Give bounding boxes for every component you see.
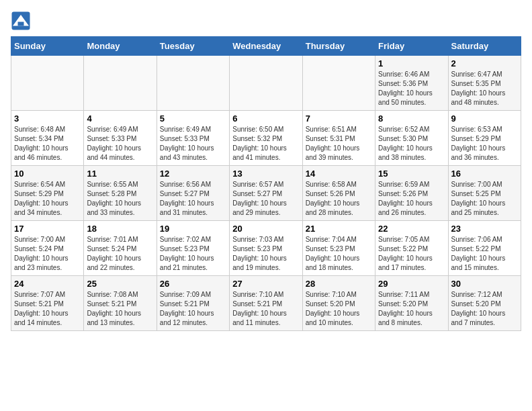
day-info: Sunrise: 7:07 AM Sunset: 5:21 PM Dayligh… bbox=[14, 290, 81, 328]
calendar-cell: 1Sunrise: 6:46 AM Sunset: 5:36 PM Daylig… bbox=[375, 56, 448, 111]
day-info: Sunrise: 7:08 AM Sunset: 5:21 PM Dayligh… bbox=[87, 290, 153, 328]
calendar-cell bbox=[302, 56, 375, 111]
svg-rect-2 bbox=[18, 22, 24, 26]
weekday-header: Monday bbox=[84, 37, 157, 56]
calendar-cell: 12Sunrise: 6:56 AM Sunset: 5:27 PM Dayli… bbox=[157, 166, 229, 221]
day-info: Sunrise: 7:10 AM Sunset: 5:21 PM Dayligh… bbox=[232, 290, 299, 328]
day-number: 11 bbox=[87, 169, 153, 179]
day-info: Sunrise: 6:52 AM Sunset: 5:30 PM Dayligh… bbox=[378, 125, 445, 163]
day-number: 4 bbox=[87, 113, 153, 124]
day-number: 28 bbox=[306, 279, 372, 289]
day-info: Sunrise: 6:58 AM Sunset: 5:26 PM Dayligh… bbox=[306, 180, 372, 218]
weekday-header: Saturday bbox=[448, 37, 521, 56]
calendar-cell: 11Sunrise: 6:55 AM Sunset: 5:28 PM Dayli… bbox=[84, 166, 157, 221]
calendar-cell: 28Sunrise: 7:10 AM Sunset: 5:20 PM Dayli… bbox=[302, 276, 375, 331]
day-info: Sunrise: 6:53 AM Sunset: 5:29 PM Dayligh… bbox=[451, 125, 518, 163]
day-info: Sunrise: 6:54 AM Sunset: 5:29 PM Dayligh… bbox=[14, 180, 81, 218]
day-number: 12 bbox=[160, 169, 226, 179]
day-number: 8 bbox=[378, 113, 445, 124]
day-number: 26 bbox=[160, 279, 226, 289]
calendar-week-row: 1Sunrise: 6:46 AM Sunset: 5:36 PM Daylig… bbox=[11, 56, 521, 111]
calendar-cell: 7Sunrise: 6:51 AM Sunset: 5:31 PM Daylig… bbox=[302, 111, 375, 166]
day-number: 16 bbox=[451, 169, 518, 179]
day-number: 14 bbox=[306, 169, 372, 179]
calendar-cell: 20Sunrise: 7:03 AM Sunset: 5:23 PM Dayli… bbox=[230, 221, 302, 276]
calendar-cell bbox=[84, 56, 157, 111]
day-number: 2 bbox=[451, 58, 518, 68]
day-info: Sunrise: 6:49 AM Sunset: 5:33 PM Dayligh… bbox=[87, 125, 153, 163]
calendar-cell: 8Sunrise: 6:52 AM Sunset: 5:30 PM Daylig… bbox=[375, 111, 448, 166]
day-info: Sunrise: 7:05 AM Sunset: 5:22 PM Dayligh… bbox=[378, 235, 445, 273]
calendar-cell: 24Sunrise: 7:07 AM Sunset: 5:21 PM Dayli… bbox=[11, 276, 84, 331]
day-number: 25 bbox=[87, 279, 153, 289]
day-number: 30 bbox=[451, 279, 518, 289]
day-number: 21 bbox=[306, 224, 372, 234]
day-number: 5 bbox=[160, 113, 226, 124]
day-info: Sunrise: 7:06 AM Sunset: 5:22 PM Dayligh… bbox=[451, 235, 518, 273]
calendar-cell: 29Sunrise: 7:11 AM Sunset: 5:20 PM Dayli… bbox=[375, 276, 448, 331]
day-info: Sunrise: 7:01 AM Sunset: 5:24 PM Dayligh… bbox=[87, 235, 153, 273]
day-info: Sunrise: 7:10 AM Sunset: 5:20 PM Dayligh… bbox=[306, 290, 372, 328]
day-info: Sunrise: 6:50 AM Sunset: 5:32 PM Dayligh… bbox=[232, 125, 299, 163]
calendar-cell bbox=[230, 56, 302, 111]
calendar-cell: 19Sunrise: 7:02 AM Sunset: 5:23 PM Dayli… bbox=[157, 221, 229, 276]
day-number: 18 bbox=[87, 224, 153, 234]
calendar-cell: 23Sunrise: 7:06 AM Sunset: 5:22 PM Dayli… bbox=[448, 221, 521, 276]
calendar-week-row: 17Sunrise: 7:00 AM Sunset: 5:24 PM Dayli… bbox=[11, 221, 521, 276]
day-info: Sunrise: 6:59 AM Sunset: 5:26 PM Dayligh… bbox=[378, 180, 445, 218]
weekday-header: Wednesday bbox=[230, 37, 302, 56]
calendar-cell: 25Sunrise: 7:08 AM Sunset: 5:21 PM Dayli… bbox=[84, 276, 157, 331]
weekday-header: Sunday bbox=[11, 37, 84, 56]
weekday-header: Friday bbox=[375, 37, 448, 56]
day-number: 1 bbox=[378, 58, 445, 68]
day-number: 7 bbox=[306, 113, 372, 124]
page-header bbox=[11, 11, 521, 31]
day-info: Sunrise: 6:51 AM Sunset: 5:31 PM Dayligh… bbox=[306, 125, 372, 163]
calendar-cell: 10Sunrise: 6:54 AM Sunset: 5:29 PM Dayli… bbox=[11, 166, 84, 221]
calendar-cell: 17Sunrise: 7:00 AM Sunset: 5:24 PM Dayli… bbox=[11, 221, 84, 276]
calendar-cell: 2Sunrise: 6:47 AM Sunset: 5:35 PM Daylig… bbox=[448, 56, 521, 111]
calendar-week-row: 3Sunrise: 6:48 AM Sunset: 5:34 PM Daylig… bbox=[11, 111, 521, 166]
logo-icon bbox=[11, 11, 31, 31]
day-number: 3 bbox=[14, 113, 81, 124]
day-info: Sunrise: 6:47 AM Sunset: 5:35 PM Dayligh… bbox=[451, 70, 518, 107]
weekday-header: Thursday bbox=[302, 37, 375, 56]
day-info: Sunrise: 7:11 AM Sunset: 5:20 PM Dayligh… bbox=[378, 290, 445, 328]
day-number: 6 bbox=[232, 113, 299, 124]
calendar-cell: 22Sunrise: 7:05 AM Sunset: 5:22 PM Dayli… bbox=[375, 221, 448, 276]
day-info: Sunrise: 7:00 AM Sunset: 5:25 PM Dayligh… bbox=[451, 180, 518, 218]
calendar-cell: 27Sunrise: 7:10 AM Sunset: 5:21 PM Dayli… bbox=[230, 276, 302, 331]
logo bbox=[11, 11, 34, 31]
calendar-cell: 13Sunrise: 6:57 AM Sunset: 5:27 PM Dayli… bbox=[230, 166, 302, 221]
day-info: Sunrise: 7:09 AM Sunset: 5:21 PM Dayligh… bbox=[160, 290, 226, 328]
day-number: 27 bbox=[232, 279, 299, 289]
calendar-header-row: SundayMondayTuesdayWednesdayThursdayFrid… bbox=[11, 37, 521, 56]
day-info: Sunrise: 6:57 AM Sunset: 5:27 PM Dayligh… bbox=[232, 180, 299, 218]
day-number: 15 bbox=[378, 169, 445, 179]
day-number: 23 bbox=[451, 224, 518, 234]
calendar-week-row: 10Sunrise: 6:54 AM Sunset: 5:29 PM Dayli… bbox=[11, 166, 521, 221]
calendar-cell: 21Sunrise: 7:04 AM Sunset: 5:23 PM Dayli… bbox=[302, 221, 375, 276]
day-info: Sunrise: 6:46 AM Sunset: 5:36 PM Dayligh… bbox=[378, 70, 445, 107]
day-info: Sunrise: 7:12 AM Sunset: 5:20 PM Dayligh… bbox=[451, 290, 518, 328]
day-number: 10 bbox=[14, 169, 81, 179]
day-info: Sunrise: 6:48 AM Sunset: 5:34 PM Dayligh… bbox=[14, 125, 81, 163]
calendar-cell: 5Sunrise: 6:49 AM Sunset: 5:33 PM Daylig… bbox=[157, 111, 229, 166]
day-number: 13 bbox=[232, 169, 299, 179]
calendar-cell bbox=[157, 56, 229, 111]
calendar-cell: 18Sunrise: 7:01 AM Sunset: 5:24 PM Dayli… bbox=[84, 221, 157, 276]
weekday-header: Tuesday bbox=[157, 37, 229, 56]
day-info: Sunrise: 6:49 AM Sunset: 5:33 PM Dayligh… bbox=[160, 125, 226, 163]
calendar-cell: 16Sunrise: 7:00 AM Sunset: 5:25 PM Dayli… bbox=[448, 166, 521, 221]
day-info: Sunrise: 6:56 AM Sunset: 5:27 PM Dayligh… bbox=[160, 180, 226, 218]
day-number: 9 bbox=[451, 113, 518, 124]
calendar-cell: 3Sunrise: 6:48 AM Sunset: 5:34 PM Daylig… bbox=[11, 111, 84, 166]
day-info: Sunrise: 7:04 AM Sunset: 5:23 PM Dayligh… bbox=[306, 235, 372, 273]
day-number: 19 bbox=[160, 224, 226, 234]
calendar-cell: 26Sunrise: 7:09 AM Sunset: 5:21 PM Dayli… bbox=[157, 276, 229, 331]
day-info: Sunrise: 7:00 AM Sunset: 5:24 PM Dayligh… bbox=[14, 235, 81, 273]
calendar-cell bbox=[11, 56, 84, 111]
calendar-cell: 9Sunrise: 6:53 AM Sunset: 5:29 PM Daylig… bbox=[448, 111, 521, 166]
day-info: Sunrise: 7:03 AM Sunset: 5:23 PM Dayligh… bbox=[232, 235, 299, 273]
day-number: 22 bbox=[378, 224, 445, 234]
